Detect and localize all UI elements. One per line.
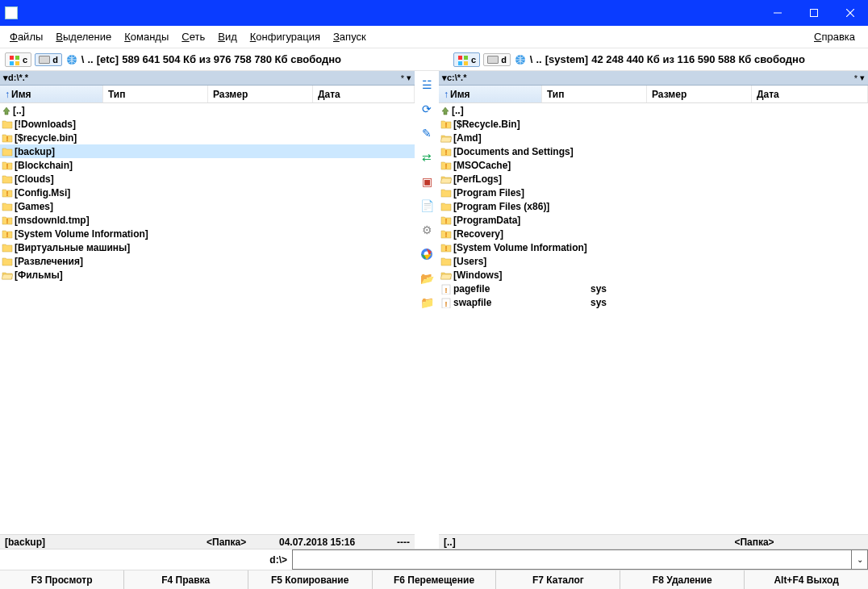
f8-button[interactable]: F8 Удаление [620, 570, 745, 589]
list-item[interactable]: [!Downloads] [0, 117, 415, 131]
maximize-button[interactable] [795, 0, 832, 26]
col-size-right[interactable]: Размер [647, 86, 752, 102]
arrow-left[interactable]: ▾ [407, 73, 411, 83]
copy-icon[interactable]: 📄 [419, 198, 434, 213]
folder-excl-icon: ! [2, 133, 13, 143]
list-item[interactable]: [backup] [0, 144, 415, 158]
list-item[interactable]: ![System Volume Information] [439, 240, 868, 254]
command-history-dropdown[interactable]: ⌄ [852, 549, 868, 570]
list-item[interactable]: [Виртуальные машины] [0, 240, 415, 254]
folder-open-icon [440, 174, 452, 184]
left-tabbar: ▾d:\*.* *▾ [0, 71, 415, 86]
menu-view[interactable]: Вид [211, 27, 244, 46]
updir-sep-right[interactable]: .. [536, 53, 541, 65]
folder-open-icon[interactable]: 📂 [419, 271, 434, 286]
col-name-right[interactable]: ↑Имя [439, 86, 542, 102]
drive-d-right[interactable]: d [483, 53, 511, 66]
config-icon[interactable]: ⚙ [419, 223, 434, 237]
drive-c-right[interactable]: c [453, 52, 480, 67]
up-row[interactable]: [..] [439, 103, 868, 117]
svg-text:!: ! [445, 286, 448, 294]
menu-config[interactable]: Конфигурация [244, 27, 327, 46]
menu-net[interactable]: Сеть [175, 27, 211, 46]
list-item[interactable]: ![System Volume Information] [0, 227, 415, 240]
list-item[interactable]: [PerfLogs] [439, 172, 868, 186]
svg-rect-10 [464, 56, 468, 60]
right-file-list[interactable]: [..]![$Recycle.Bin][Amd]![Documents and … [439, 103, 868, 534]
drive-c-left[interactable]: c [5, 52, 31, 67]
panel-right: ▾c:\*.* *▾ ↑Имя Тип Размер Дата [..]![$R… [439, 71, 868, 549]
chrome-icon[interactable] [419, 247, 434, 261]
left-file-list[interactable]: [..][!Downloads]![$recycle.bin][backup]!… [0, 103, 415, 534]
svg-text:!: ! [6, 190, 9, 198]
menu-commands[interactable]: Команды [118, 27, 175, 46]
f4-button[interactable]: F4 Правка [124, 570, 248, 589]
list-item[interactable]: [Фильмы] [0, 268, 415, 282]
swap-icon[interactable]: ⇄ [419, 150, 434, 165]
right-path[interactable]: ▾c:\*.* [442, 73, 466, 83]
list-item[interactable]: !swapfilesys [439, 295, 868, 309]
svg-rect-6 [10, 61, 14, 65]
folder-icon [2, 174, 13, 184]
folder-icon[interactable]: 📁 [419, 295, 434, 310]
col-name-left[interactable]: ↑Имя [0, 86, 103, 102]
list-item[interactable]: [Windows] [439, 268, 868, 282]
menu-start[interactable]: Запуск [327, 27, 373, 46]
tree-icon[interactable]: ☱ [419, 77, 434, 92]
col-date-right[interactable]: Дата [752, 86, 868, 102]
f3-button[interactable]: F3 Просмотр [0, 570, 124, 589]
col-type-left[interactable]: Тип [103, 86, 208, 102]
edit-icon[interactable]: ✎ [419, 126, 434, 140]
minimize-button[interactable] [759, 0, 795, 26]
f5-button[interactable]: F5 Копирование [248, 570, 373, 589]
list-item[interactable]: ![Recovery] [439, 227, 868, 240]
folder-excl-icon: ! [440, 147, 452, 157]
close-button[interactable] [832, 0, 868, 26]
right-status: [..] <Папка> [439, 534, 868, 549]
command-prompt: d:\> [0, 549, 292, 570]
list-item[interactable]: [Users] [439, 254, 868, 268]
col-size-left[interactable]: Размер [208, 86, 313, 102]
up-arrow-icon [2, 106, 11, 115]
network-icon-right[interactable] [514, 53, 527, 66]
list-item[interactable]: ![MSOCache] [439, 158, 868, 172]
altf4-button[interactable]: Alt+F4 Выход [745, 570, 868, 589]
menu-help[interactable]: Справка [807, 27, 862, 46]
svg-text:!: ! [445, 231, 448, 239]
f7-button[interactable]: F7 Каталог [496, 570, 620, 589]
col-type-right[interactable]: Тип [542, 86, 647, 102]
list-item[interactable]: ![$recycle.bin] [0, 131, 415, 144]
updir-sep-left[interactable]: .. [87, 53, 93, 65]
sync-icon[interactable]: ⟳ [419, 102, 434, 116]
f6-button[interactable]: F6 Перемещение [373, 570, 497, 589]
list-item[interactable]: [Clouds] [0, 172, 415, 186]
arrow-right[interactable]: ▾ [860, 73, 865, 83]
list-item[interactable]: ![ProgramData] [439, 213, 868, 227]
list-item[interactable]: [Games] [0, 199, 415, 213]
list-item[interactable]: [Amd] [439, 131, 868, 144]
list-item[interactable]: [Program Files] [439, 186, 868, 199]
list-item[interactable]: [Program Files (x86)] [439, 199, 868, 213]
list-item[interactable]: ![$Recycle.Bin] [439, 117, 868, 131]
menu-select[interactable]: Выделение [49, 27, 118, 46]
command-input[interactable] [292, 549, 852, 570]
svg-text:!: ! [6, 135, 9, 143]
up-row[interactable]: [..] [0, 103, 415, 117]
network-icon-left[interactable] [65, 53, 78, 66]
list-item[interactable]: [Развлечения] [0, 254, 415, 268]
star-right[interactable]: * [854, 73, 858, 83]
list-item[interactable]: !pagefilesys [439, 282, 868, 295]
drive-d-left[interactable]: d [35, 53, 62, 66]
col-date-left[interactable]: Дата [313, 86, 415, 102]
menu-files[interactable]: Файлы [3, 27, 49, 46]
screen-icon[interactable]: ▣ [419, 174, 434, 189]
list-item[interactable]: ![Blockchain] [0, 158, 415, 172]
list-item[interactable]: ![msdownld.tmp] [0, 213, 415, 227]
drive-space-left: 589 641 504 Кб из 976 758 780 Кб свободн… [122, 53, 341, 65]
folder-icon [2, 202, 13, 211]
folder-open-icon [2, 270, 13, 280]
list-item[interactable]: ![Config.Msi] [0, 186, 415, 199]
left-path[interactable]: ▾d:\*.* [3, 73, 28, 83]
list-item[interactable]: ![Documents and Settings] [439, 144, 868, 158]
star-left[interactable]: * [401, 73, 404, 83]
